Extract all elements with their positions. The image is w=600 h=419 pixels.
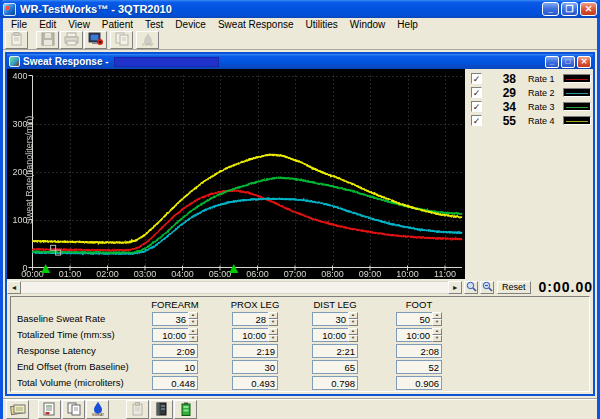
menu-window[interactable]: Window xyxy=(344,19,392,30)
spin-up-icon[interactable]: ▲ xyxy=(188,312,198,319)
value-field: 10 xyxy=(152,360,198,374)
close-button[interactable]: ✕ xyxy=(580,2,597,16)
spin-up-icon[interactable]: ▲ xyxy=(268,328,278,335)
spin-down-icon[interactable]: ▼ xyxy=(432,319,442,326)
spin-up-icon[interactable]: ▲ xyxy=(432,328,442,335)
measure-row-0: Baseline Sweat Rate36▲▼28▲▼30▲▼50▲▼ xyxy=(17,311,589,326)
scroll-right-icon[interactable]: ► xyxy=(448,281,462,294)
spinner-arrows[interactable]: ▲▼ xyxy=(268,312,278,326)
value-field[interactable]: 10:00 xyxy=(312,328,348,342)
menu-utilities[interactable]: Utilities xyxy=(300,19,344,30)
copy-data-button[interactable] xyxy=(62,400,85,419)
menu-patient[interactable]: Patient xyxy=(96,19,139,30)
spinner-arrows[interactable]: ▲▼ xyxy=(348,328,358,342)
rate-3-checkbox[interactable]: ✓ xyxy=(471,101,482,112)
menu-help[interactable]: Help xyxy=(391,19,424,30)
sweat-window-maximize-button[interactable]: □ xyxy=(561,56,575,68)
reset-button[interactable]: Reset xyxy=(497,281,531,294)
row-label: Totalized Time (mm:ss) xyxy=(17,329,135,340)
spin-down-icon[interactable]: ▼ xyxy=(188,319,198,326)
spin-up-icon[interactable]: ▲ xyxy=(432,312,442,319)
menu-file[interactable]: File xyxy=(5,19,33,30)
save-button[interactable] xyxy=(36,31,59,49)
application-window: WR-TestWorks™ - 3QTR2010 _ ❐ ✕ File Edit… xyxy=(0,0,600,419)
timer-display: 0:00.00 xyxy=(539,279,593,295)
menu-edit[interactable]: Edit xyxy=(33,19,62,30)
value-field: 2:09 xyxy=(152,344,198,358)
spin-down-icon[interactable]: ▼ xyxy=(188,335,198,342)
value-field[interactable]: 28 xyxy=(232,312,268,326)
sweat-window-titlebar[interactable]: Sweat Response - _ □ ✕ xyxy=(7,54,593,69)
menu-view[interactable]: View xyxy=(62,19,96,30)
scrollbar-track[interactable] xyxy=(21,281,448,294)
clipboard-edit-icon xyxy=(9,32,24,48)
patient-notes-button[interactable] xyxy=(6,400,29,419)
copy-icon xyxy=(115,32,129,48)
report-log-button[interactable] xyxy=(150,400,173,419)
legend-row-2: ✓29Rate 2 xyxy=(471,86,591,99)
patient-record-button[interactable] xyxy=(5,31,28,49)
column-header-forearm: FOREARM xyxy=(135,299,215,310)
new-report-button[interactable] xyxy=(38,400,61,419)
menu-test[interactable]: Test xyxy=(139,19,169,30)
spinner-arrows[interactable]: ▲▼ xyxy=(268,328,278,342)
value-field[interactable]: 10:00 xyxy=(232,328,268,342)
spinner-arrows[interactable]: ▲▼ xyxy=(432,312,442,326)
rate-1-checkbox[interactable]: ✓ xyxy=(471,73,482,84)
spin-up-icon[interactable]: ▲ xyxy=(188,328,198,335)
spinner-arrows[interactable]: ▲▼ xyxy=(432,328,442,342)
measure-row-3: End Offset (from Baseline)10306552 xyxy=(17,359,589,374)
copy-pages-icon xyxy=(67,402,81,418)
rate-3-label: Rate 3 xyxy=(528,102,560,112)
restore-button[interactable]: ❐ xyxy=(561,2,578,16)
scroll-left-icon[interactable]: ◄ xyxy=(7,281,21,294)
sweat-window-minimize-button[interactable]: _ xyxy=(545,56,559,68)
spinner-arrows[interactable]: ▲▼ xyxy=(348,312,358,326)
zoom-in-button[interactable] xyxy=(464,281,478,294)
spin-down-icon[interactable]: ▼ xyxy=(432,335,442,342)
legend-row-1: ✓38Rate 1 xyxy=(471,72,591,85)
chart-controls-row: ◄ ► Reset 0:00.00 xyxy=(7,279,593,295)
minimize-button[interactable]: _ xyxy=(542,2,559,16)
copy-button[interactable] xyxy=(110,31,133,49)
y-axis-label: Sweat Rate(nanoliters/min) xyxy=(24,115,34,225)
rate-2-checkbox[interactable]: ✓ xyxy=(471,87,482,98)
rate-1-label: Rate 1 xyxy=(528,74,560,84)
value-field: 0.798 xyxy=(312,376,358,390)
measure-row-1: Totalized Time (mm:ss)10:00▲▼10:00▲▼10:0… xyxy=(17,327,589,342)
sweat-drop-blue-icon: SWEAT xyxy=(91,401,105,418)
titlebar[interactable]: WR-TestWorks™ - 3QTR2010 _ ❐ ✕ xyxy=(0,0,600,18)
value-field[interactable]: 30 xyxy=(312,312,348,326)
sweat-window-close-button[interactable]: ✕ xyxy=(577,56,591,68)
value-field: 2:21 xyxy=(312,344,358,358)
spin-up-icon[interactable]: ▲ xyxy=(348,328,358,335)
value-field[interactable]: 36 xyxy=(152,312,188,326)
value-field[interactable]: 50 xyxy=(396,312,432,326)
spin-up-icon[interactable]: ▲ xyxy=(268,312,278,319)
device-connect-button[interactable] xyxy=(84,31,107,49)
zoom-out-button[interactable] xyxy=(480,281,494,294)
spin-down-icon[interactable]: ▼ xyxy=(268,335,278,342)
spinner-arrows[interactable]: ▲▼ xyxy=(188,312,198,326)
chart-scrollbar[interactable]: ◄ ► xyxy=(7,281,462,294)
spin-down-icon[interactable]: ▼ xyxy=(268,319,278,326)
spin-up-icon[interactable]: ▲ xyxy=(348,312,358,319)
value-field[interactable]: 10:00 xyxy=(152,328,188,342)
sweat-response-button[interactable]: SWEAT xyxy=(86,400,109,419)
menu-sweat-response[interactable]: Sweat Response xyxy=(212,19,300,30)
sweat-rate-chart[interactable]: Sweat Rate(nanoliters/min) xyxy=(7,69,464,279)
battery-status-button[interactable] xyxy=(174,400,197,419)
spinner-arrows[interactable]: ▲▼ xyxy=(188,328,198,342)
clipboard-button[interactable] xyxy=(126,400,149,419)
spin-down-icon[interactable]: ▼ xyxy=(348,319,358,326)
sweat-response-window: Sweat Response - _ □ ✕ Sweat Rate(nanoli… xyxy=(5,52,595,396)
spin-down-icon[interactable]: ▼ xyxy=(348,335,358,342)
measure-row-4: Total Volume (microliters)0.4480.4930.79… xyxy=(17,375,589,390)
print-button[interactable] xyxy=(60,31,83,49)
menu-device[interactable]: Device xyxy=(169,19,212,30)
sweat-test-button[interactable]: SWEAT xyxy=(136,31,159,49)
value-field[interactable]: 10:00 xyxy=(396,328,432,342)
legend-row-4: ✓55Rate 4 xyxy=(471,114,591,127)
row-label: End Offset (from Baseline) xyxy=(17,361,135,372)
rate-4-checkbox[interactable]: ✓ xyxy=(471,115,482,126)
